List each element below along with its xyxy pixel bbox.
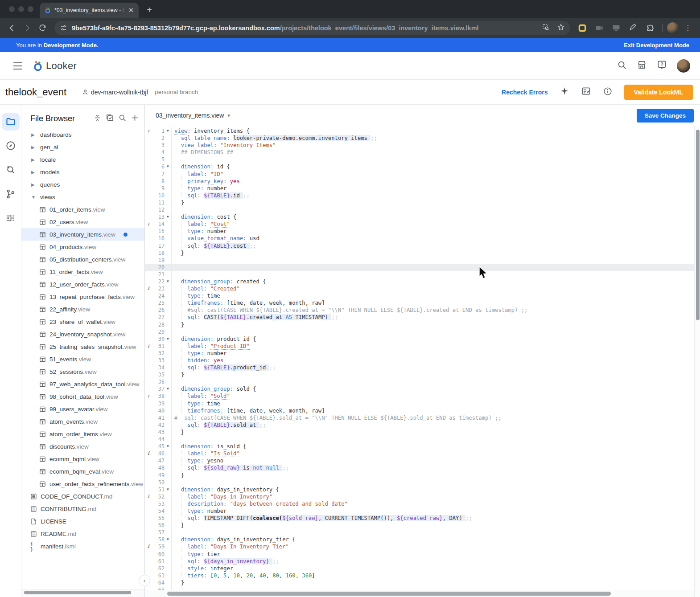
info-marker-icon[interactable]: i xyxy=(145,543,152,550)
fold-caret-icon[interactable]: ▼ xyxy=(165,443,171,450)
code-area[interactable]: i1▼view: inventory_items {2 sql_table_na… xyxy=(145,126,700,597)
code-line-58[interactable]: 58▼ dimension: days_in_inventory_tier { xyxy=(145,536,700,543)
folder-item-gen_ai[interactable]: ▶gen_ai xyxy=(21,141,144,153)
code-line-49[interactable]: 49 } xyxy=(145,472,700,479)
validate-lookml-button[interactable]: Validate LookML xyxy=(624,85,693,100)
editor-horizontal-scrollbar[interactable] xyxy=(167,592,611,596)
code-line-27[interactable]: 27 sql: CAST(${TABLE}.created_at AS TIME… xyxy=(145,314,700,321)
git-branch-info[interactable]: dev-marc-wollnik-tbjf personal branch xyxy=(82,89,198,96)
code-line-17[interactable]: 17 sql: ${TABLE}.cost ;; xyxy=(145,242,700,249)
camera-extension-icon[interactable] xyxy=(592,20,607,36)
code-line-54[interactable]: 54 type: number xyxy=(145,507,700,515)
file-item-02_users[interactable]: 02_users.view xyxy=(21,216,144,228)
bookmark-star-icon[interactable] xyxy=(557,23,565,33)
code-line-14[interactable]: i14 label: "Cost" xyxy=(145,221,700,228)
file-item-13_repeat_purchase_facts[interactable]: 13_repeat_purchase_facts.view xyxy=(21,290,144,303)
extensions-puzzle-icon[interactable] xyxy=(642,20,658,36)
hamburger-menu-icon[interactable] xyxy=(10,58,26,74)
code-line-31[interactable]: i31 label: "Product ID" xyxy=(145,343,700,350)
file-item-atom_events[interactable]: atom_events.view xyxy=(21,415,144,428)
back-icon[interactable] xyxy=(4,20,20,36)
collapse-all-icon[interactable] xyxy=(93,114,102,124)
code-line-44[interactable]: 44 xyxy=(145,436,700,443)
code-line-2[interactable]: 2 sql_table_name: looker-private-demo.ec… xyxy=(145,135,700,142)
code-line-51[interactable]: 51▼ dimension: days_in_inventory { xyxy=(145,486,700,493)
code-line-59[interactable]: i59 label: "Days In Inventory Tier" xyxy=(145,543,700,550)
file-item-manifest[interactable]: { }manifest.lkml xyxy=(21,540,144,552)
code-line-50[interactable]: 50 xyxy=(145,479,700,486)
fold-caret-icon[interactable]: ▼ xyxy=(165,213,171,221)
browser-tab[interactable]: *03_inventory_items.view - t ✕ xyxy=(40,3,139,18)
code-line-29[interactable]: 29 xyxy=(145,328,700,335)
file-item-LICENSE[interactable]: LICENSE xyxy=(21,515,144,527)
info-marker-icon[interactable]: i xyxy=(145,450,152,457)
site-settings-icon[interactable] xyxy=(60,24,67,32)
fold-caret-icon[interactable]: ▼ xyxy=(165,536,171,543)
code-line-5[interactable]: 5 xyxy=(145,156,700,163)
file-item-99_users_avatar[interactable]: 99_users_avatar.view xyxy=(21,403,144,415)
code-line-24[interactable]: 24 type: time xyxy=(145,292,700,299)
info-marker-icon[interactable]: i xyxy=(145,343,152,350)
select-files-icon[interactable] xyxy=(106,114,114,124)
code-line-47[interactable]: 47 type: yesno xyxy=(145,457,700,464)
code-line-42[interactable]: 42 sql: ${TABLE}.sold_at ;; xyxy=(145,421,700,429)
code-line-22[interactable]: 22▼ dimension_group: created { xyxy=(145,278,700,285)
content-validator-icon[interactable] xyxy=(581,86,591,98)
recheck-errors-link[interactable]: Recheck Errors xyxy=(502,89,548,96)
info-marker-icon[interactable]: i xyxy=(145,127,152,135)
code-line-40[interactable]: 40 timeframes: [time, date, week, month,… xyxy=(145,407,700,414)
file-browser-scrollbar[interactable] xyxy=(24,591,131,594)
info-marker-icon[interactable]: i xyxy=(145,221,152,228)
find-replace-icon[interactable] xyxy=(2,161,20,179)
code-line-57[interactable]: 57 xyxy=(145,529,700,536)
collapse-sidebar-button[interactable]: ‹ xyxy=(139,575,150,586)
fold-caret-icon[interactable]: ▼ xyxy=(165,335,171,343)
file-item-03_inventory_items[interactable]: 03_inventory_items.view xyxy=(21,228,144,241)
info-marker-icon[interactable]: i xyxy=(145,493,152,500)
code-line-18[interactable]: 18 } xyxy=(145,249,700,257)
code-line-13[interactable]: 13▼ dimension: cost { xyxy=(145,213,700,221)
file-search-icon[interactable] xyxy=(118,114,127,124)
code-line-62[interactable]: 62 style: integer xyxy=(145,565,700,572)
pen-extension-icon[interactable] xyxy=(626,20,641,36)
reload-icon[interactable] xyxy=(35,20,50,36)
folder-item-views[interactable]: ▼views xyxy=(21,191,144,203)
code-line-53[interactable]: 53 description: "days between created an… xyxy=(145,500,700,507)
code-line-36[interactable]: 36 xyxy=(145,378,700,385)
url-text[interactable]: 9be573bf-a9fc-4a75-8293-85312b79d77c.gcp… xyxy=(72,25,479,32)
help-icon[interactable]: ? xyxy=(657,60,667,72)
file-item-98_cohort_data_tool[interactable]: 98_cohort_data_tool.view xyxy=(21,390,144,403)
file-item-25_trailing_sales_snapshot[interactable]: 25_trailing_sales_snapshot.view xyxy=(21,340,144,353)
code-line-43[interactable]: 43 } xyxy=(145,429,700,436)
adblock-extension-icon[interactable] xyxy=(575,20,590,36)
fold-caret-icon[interactable]: ▼ xyxy=(165,486,171,493)
folder-item-locale[interactable]: ▶locale xyxy=(21,153,144,166)
code-line-10[interactable]: 10 sql: ${TABLE}.id ;; xyxy=(145,192,700,199)
code-line-34[interactable]: 34 sql: ${TABLE}.product_id ;; xyxy=(145,364,700,371)
url-bar[interactable]: 9be573bf-a9fc-4a75-8293-85312b79d77c.gcp… xyxy=(54,21,570,35)
file-item-12_user_order_facts[interactable]: 12_user_order_facts.view xyxy=(21,278,144,290)
file-item-CONTRIBUTING[interactable]: CONTRIBUTING.md xyxy=(21,503,144,515)
file-item-23_share_of_wallet[interactable]: 23_share_of_wallet.view xyxy=(21,315,144,328)
code-line-30[interactable]: 30▼ dimension: product_id { xyxy=(145,335,700,343)
code-line-61[interactable]: 61 sql: ${days_in_inventory} ;; xyxy=(145,558,700,565)
code-line-16[interactable]: 16 value_format_name: usd xyxy=(145,235,700,242)
browser-profile-avatar[interactable] xyxy=(667,22,679,34)
file-item-README[interactable]: README.md xyxy=(21,527,144,540)
maximize-window-button[interactable] xyxy=(28,6,33,12)
fold-caret-icon[interactable]: ▼ xyxy=(165,278,171,285)
file-item-97_web_analytics_data_tool[interactable]: 97_web_analytics_data_tool.view xyxy=(21,378,144,390)
code-line-37[interactable]: 37▼ dimension_group: sold { xyxy=(145,385,700,393)
code-line-56[interactable]: 56 } xyxy=(145,522,700,529)
code-line-1[interactable]: i1▼view: inventory_items { xyxy=(145,127,700,135)
file-item-22_affinity[interactable]: 22_affinity.view xyxy=(21,303,144,315)
code-line-15[interactable]: 15 type: number xyxy=(145,228,700,235)
user-avatar[interactable] xyxy=(677,59,690,73)
code-line-19[interactable]: 19 xyxy=(145,257,700,264)
marketplace-icon[interactable] xyxy=(637,60,647,72)
code-line-60[interactable]: 60 type: tier xyxy=(145,551,700,558)
close-window-button[interactable] xyxy=(9,6,15,12)
file-item-51_events[interactable]: 51_events.view xyxy=(21,353,144,365)
file-item-52_sessions[interactable]: 52_sessions.view xyxy=(21,365,144,378)
file-item-ecomm_bqml[interactable]: ecomm_bqml.view xyxy=(21,453,144,465)
